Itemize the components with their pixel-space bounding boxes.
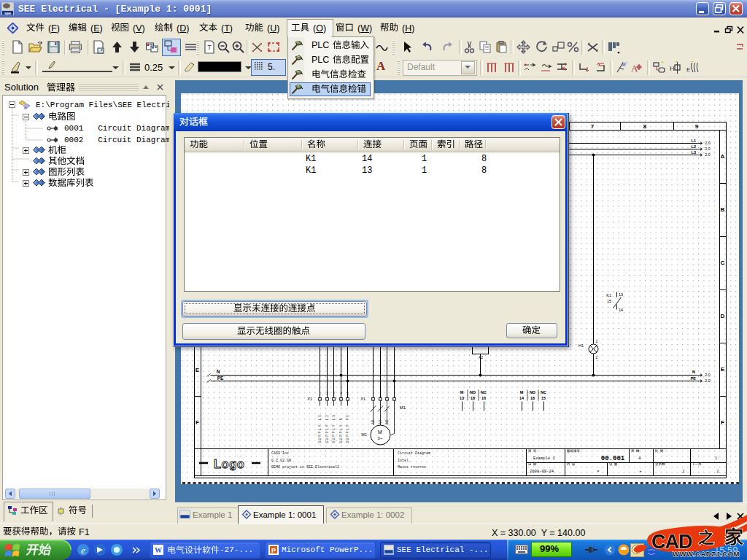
svg-text:9: 9	[695, 123, 699, 130]
svg-text:see: see	[4, 11, 11, 15]
svg-text:W: W	[622, 61, 627, 68]
svg-text:2: 2	[683, 469, 685, 473]
svg-text:M: M	[520, 390, 524, 394]
svg-text:2.0: 2.0	[705, 147, 711, 151]
svg-text:18: 18	[530, 396, 535, 400]
svg-text:A: A	[631, 63, 638, 74]
svg-text::: :	[580, 449, 581, 453]
svg-text:H: H	[670, 65, 675, 72]
svg-text:Circuit Diagram: Circuit Diagram	[398, 451, 430, 456]
svg-text::: :	[617, 462, 618, 466]
svg-text:K1: K1	[606, 293, 611, 298]
svg-text:NO: NO	[470, 390, 476, 394]
svg-text:L3: L3	[692, 150, 696, 155]
svg-text:SUPPLY L1: SUPPLY L1	[318, 413, 322, 443]
svg-text:2.0: 2.0	[705, 141, 711, 145]
svg-text:8: 8	[643, 123, 647, 130]
svg-text:PE: PE	[217, 376, 224, 381]
svg-text:2: 2	[717, 469, 719, 473]
svg-text:1: 1	[596, 339, 598, 343]
svg-text:13: 13	[460, 396, 464, 400]
svg-text:5.: 5.	[268, 62, 275, 72]
svg-text:W2: W2	[385, 419, 389, 424]
svg-text:13: 13	[619, 292, 623, 297]
svg-text:H1: H1	[578, 343, 584, 348]
svg-text:16: 16	[481, 396, 486, 400]
svg-text:V2: V2	[379, 419, 382, 424]
svg-text:C: C	[721, 260, 725, 266]
svg-text::: :	[665, 462, 666, 466]
svg-text:D: D	[721, 313, 725, 319]
svg-text:2.0: 2.0	[705, 373, 711, 377]
svg-text:F: F	[721, 419, 724, 426]
svg-text:U2: U2	[371, 419, 375, 424]
svg-text:N: N	[692, 370, 695, 374]
svg-text:N: N	[217, 369, 220, 374]
svg-text::: :	[639, 449, 640, 453]
svg-text:Logo: Logo	[214, 457, 244, 470]
svg-text:14: 14	[519, 396, 525, 400]
svg-text:NC: NC	[481, 390, 487, 394]
svg-text:A2: A2	[479, 355, 483, 359]
svg-text:X1: X1	[360, 397, 365, 401]
svg-text:00.001: 00.001	[601, 455, 625, 462]
svg-text:E: E	[721, 366, 725, 373]
svg-text:M: M	[378, 429, 382, 435]
svg-text:1 :: 1 :	[715, 456, 720, 460]
svg-text:F: F	[196, 419, 199, 426]
svg-text:Example 1: Example 1	[533, 456, 555, 461]
svg-text:18: 18	[471, 396, 475, 400]
svg-text::: :	[536, 462, 537, 466]
svg-text:2.0: 2.0	[705, 152, 711, 157]
svg-text:A: A	[721, 153, 725, 160]
svg-text:Intel.: Intel.	[398, 459, 411, 463]
svg-text:P: P	[271, 547, 276, 554]
svg-text:2: 2	[596, 355, 598, 359]
svg-text:CASS'Inc: CASS'Inc	[271, 451, 289, 456]
svg-text:E: E	[196, 367, 200, 373]
svg-text:Mains reverse: Mains reverse	[398, 465, 426, 470]
svg-text:2008-09-24: 2008-09-24	[530, 469, 554, 474]
svg-text:X1: X1	[307, 397, 312, 401]
svg-text:14: 14	[619, 308, 623, 312]
svg-text:NO: NO	[530, 390, 536, 394]
svg-text:3~: 3~	[378, 436, 383, 440]
svg-text:=: =	[597, 469, 600, 473]
svg-text:B: B	[721, 206, 725, 213]
svg-text::: :	[702, 462, 703, 466]
svg-text::: :	[663, 449, 664, 453]
svg-text:SUPPLY L3: SUPPLY L3	[332, 413, 336, 443]
svg-text:SUPPLY L2: SUPPLY L2	[325, 413, 330, 443]
svg-text:L1: L1	[692, 139, 696, 143]
svg-text:7: 7	[591, 123, 595, 130]
svg-text:PE: PE	[691, 376, 697, 381]
svg-text:L2: L2	[692, 144, 696, 149]
svg-text:+: +	[640, 469, 642, 473]
svg-text:E: E	[686, 66, 690, 73]
svg-text:SUPPLY PE: SUPPLY PE	[346, 413, 350, 443]
svg-text:WWW.CADZJ.COM: WWW.CADZJ.COM	[673, 550, 740, 558]
svg-text::: :	[575, 462, 576, 466]
svg-text:M1: M1	[361, 432, 367, 437]
svg-text:G.Z.G2.GN: G.Z.G2.GN	[271, 459, 291, 463]
svg-text:M1: M1	[400, 405, 406, 410]
svg-text:DEMO project in SEE.Electrical: DEMO project in SEE.Electrical2	[271, 465, 339, 470]
svg-text:15: 15	[607, 299, 611, 303]
svg-text:T: T	[207, 44, 212, 51]
svg-text:SUPPLY N: SUPPLY N	[339, 417, 344, 443]
svg-text:W: W	[155, 546, 162, 554]
svg-text:NC: NC	[541, 390, 546, 394]
svg-text:15: 15	[541, 396, 546, 400]
svg-text::: :	[536, 449, 537, 453]
svg-text:2.0: 2.0	[705, 378, 711, 383]
svg-text:M: M	[460, 390, 464, 394]
svg-text:e: e	[81, 545, 85, 556]
